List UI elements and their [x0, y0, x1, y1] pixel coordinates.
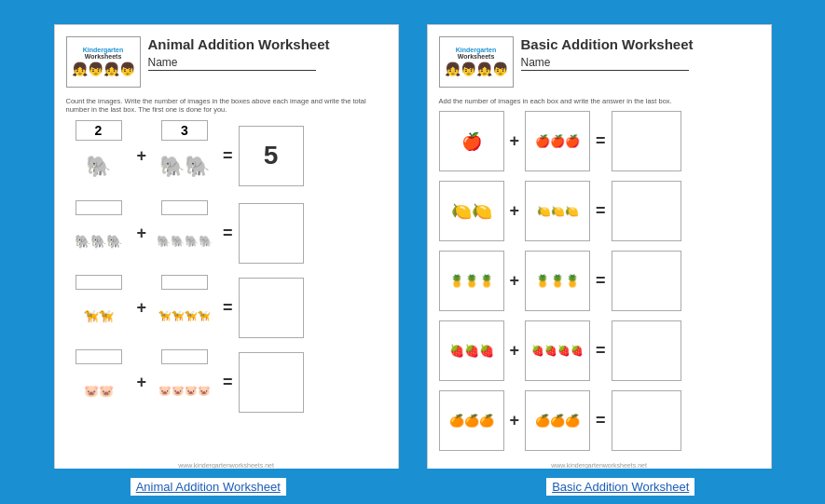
animal-row4-right-num [161, 349, 208, 364]
animal-row1-left-num: 2 [76, 120, 122, 141]
basic-logo-kids-icons: 👧👦👧👦 [445, 61, 508, 76]
animal-row2-left-num [76, 200, 122, 215]
basic-row4-plus: + [510, 341, 520, 361]
basic-row2-left-box: 🍋🍋 [439, 181, 504, 241]
logo-worksheets-text: Worksheets [85, 53, 122, 60]
animal-row2-plus: + [137, 224, 147, 243]
basic-row5-left-box: 🍊🍊🍊 [439, 390, 504, 451]
basic-row3-equals: = [596, 271, 606, 291]
animal-row2-answer-box [239, 203, 304, 264]
animal-row4-equals: = [223, 373, 233, 392]
animal-row1-plus: + [137, 146, 147, 166]
animal-row4-right-animal: 🐷🐷🐷🐷 [152, 366, 217, 415]
basic-row1-plus: + [510, 131, 520, 151]
animal-row2-left-animal: 🐘🐘🐘 [66, 217, 131, 266]
worksheets-container: Kindergarten Worksheets 👧👦👧👦 Animal Addi… [35, 6, 791, 499]
basic-row2-right-fruit: 🍋🍋🍋 [537, 205, 579, 218]
animal-row3-right-num [161, 275, 208, 290]
basic-logo-kinder-text: Kindergarten [456, 47, 497, 53]
animal-row-4: 🐷🐷 + 🐷🐷🐷🐷 = [66, 349, 387, 415]
animal-row1-right-item: 3 🐘🐘 [152, 120, 217, 191]
animal-worksheet-header: Kindergarten Worksheets 👧👦👧👦 Animal Addi… [66, 36, 387, 88]
basic-row-1: 🍎 + 🍎🍎🍎 = [439, 111, 760, 171]
basic-addition-rows: 🍎 + 🍎🍎🍎 = 🍋🍋 + 🍋🍋🍋 = [439, 111, 760, 456]
animal-row3-equals: = [223, 298, 233, 318]
animal-row2-left-item: 🐘🐘🐘 [66, 200, 131, 266]
basic-row4-left-box: 🍓🍓🍓 [439, 320, 504, 381]
animal-logo: Kindergarten Worksheets 👧👦👧👦 [66, 36, 141, 88]
animal-instructions: Count the images. Write the number of im… [66, 97, 387, 116]
animal-title-area: Animal Addition Worksheet Name [148, 36, 330, 71]
animal-row3-left-animal: 🦮🦮 [66, 292, 131, 340]
basic-row4-right-fruit: 🍓🍓🍓🍓 [531, 345, 584, 357]
basic-row-4: 🍓🍓🍓 + 🍓🍓🍓🍓 = [439, 320, 760, 381]
basic-website: www.kindergartenworksheets.net [439, 462, 760, 469]
animal-row3-right-animal: 🦮🦮🦮🦮 [152, 292, 217, 340]
basic-caption-link[interactable]: Basic Addition Worksheet [546, 478, 694, 496]
basic-row3-plus: + [510, 271, 520, 291]
animal-row1-right-animal: 🐘🐘 [152, 143, 217, 191]
animal-caption-link[interactable]: Animal Addition Worksheet [131, 478, 286, 496]
animal-row3-plus: + [137, 298, 147, 318]
basic-row2-left-fruit: 🍋🍋 [451, 201, 492, 222]
basic-row2-equals: = [596, 201, 606, 221]
basic-worksheet-title: Basic Addition Worksheet [521, 36, 694, 52]
basic-row3-left-fruit: 🍍🍍🍍 [449, 274, 494, 288]
basic-row5-right-fruit: 🍊🍊🍊 [535, 414, 580, 428]
basic-name-line: Name [521, 56, 689, 71]
basic-row2-answer-box [612, 181, 681, 241]
animal-row2-right-animal: 🐘🐘🐘🐘 [152, 217, 217, 266]
basic-row1-right-fruit: 🍎🍎🍎 [535, 134, 580, 148]
animal-row1-equals: = [223, 146, 233, 166]
animal-worksheet-title: Animal Addition Worksheet [148, 36, 330, 52]
animal-row4-answer-box [239, 352, 304, 413]
basic-worksheet-card: Kindergarten Worksheets 👧👦👧👦 Basic Addit… [427, 24, 772, 481]
logo-kinder-text: Kindergarten [83, 47, 124, 53]
animal-row-1: 2 🐘 + 3 🐘🐘 = 5 [66, 120, 387, 191]
basic-row-2: 🍋🍋 + 🍋🍋🍋 = [439, 181, 760, 241]
animal-row3-answer-box [239, 278, 304, 338]
animal-row1-answer-box: 5 [239, 126, 304, 186]
basic-row-5: 🍊🍊🍊 + 🍊🍊🍊 = [439, 390, 760, 451]
basic-row5-right-box: 🍊🍊🍊 [525, 390, 590, 451]
basic-row1-equals: = [596, 131, 606, 151]
basic-row5-equals: = [596, 411, 606, 430]
animal-row1-right-num: 3 [161, 120, 208, 141]
animal-row2-equals: = [223, 224, 233, 243]
logo-kids-icons: 👧👦👧👦 [72, 61, 135, 76]
basic-title-area: Basic Addition Worksheet Name [521, 36, 694, 71]
basic-row5-left-fruit: 🍊🍊🍊 [449, 414, 494, 428]
basic-row2-right-box: 🍋🍋🍋 [525, 181, 590, 241]
animal-row2-right-item: 🐘🐘🐘🐘 [152, 200, 217, 266]
animal-row1-left-animal: 🐘 [66, 143, 131, 191]
basic-row4-right-box: 🍓🍓🍓🍓 [525, 320, 590, 381]
animal-website: www.kindergartenworksheets.net [66, 462, 387, 469]
basic-instructions: Add the number of images in each box and… [439, 97, 760, 106]
animal-row4-plus: + [137, 373, 147, 392]
animal-worksheet-card: Kindergarten Worksheets 👧👦👧👦 Animal Addi… [54, 24, 399, 481]
basic-row3-right-box: 🍍🍍🍍 [525, 251, 590, 311]
animal-addition-rows: 2 🐘 + 3 🐘🐘 = 5 🐘🐘🐘 + [66, 120, 387, 456]
basic-row1-left-box: 🍎 [439, 111, 504, 171]
basic-row1-right-box: 🍎🍎🍎 [525, 111, 590, 171]
basic-row4-equals: = [596, 341, 606, 361]
animal-row-2: 🐘🐘🐘 + 🐘🐘🐘🐘 = [66, 200, 387, 266]
animal-row4-right-item: 🐷🐷🐷🐷 [152, 349, 217, 415]
basic-row4-left-fruit: 🍓🍓🍓 [449, 344, 494, 358]
animal-row1-answer: 5 [264, 141, 279, 170]
basic-worksheet-header: Kindergarten Worksheets 👧👦👧👦 Basic Addit… [439, 36, 760, 88]
animal-row2-right-num [161, 200, 208, 215]
animal-row4-left-animal: 🐷🐷 [66, 366, 131, 415]
animal-name-line: Name [148, 56, 316, 71]
animal-row3-left-item: 🦮🦮 [66, 275, 131, 340]
basic-row1-left-fruit: 🍎 [461, 131, 482, 152]
basic-logo: Kindergarten Worksheets 👧👦👧👦 [439, 36, 514, 88]
animal-row-3: 🦮🦮 + 🦮🦮🦮🦮 = [66, 275, 387, 340]
animal-row3-right-item: 🦮🦮🦮🦮 [152, 275, 217, 340]
captions-bar: Animal Addition Worksheet Basic Addition… [0, 469, 825, 504]
basic-row4-answer-box [612, 320, 681, 381]
basic-row3-right-fruit: 🍍🍍🍍 [535, 274, 580, 288]
basic-logo-worksheets-text: Worksheets [458, 53, 495, 60]
basic-row5-plus: + [510, 411, 520, 430]
animal-row3-left-num [76, 275, 122, 290]
